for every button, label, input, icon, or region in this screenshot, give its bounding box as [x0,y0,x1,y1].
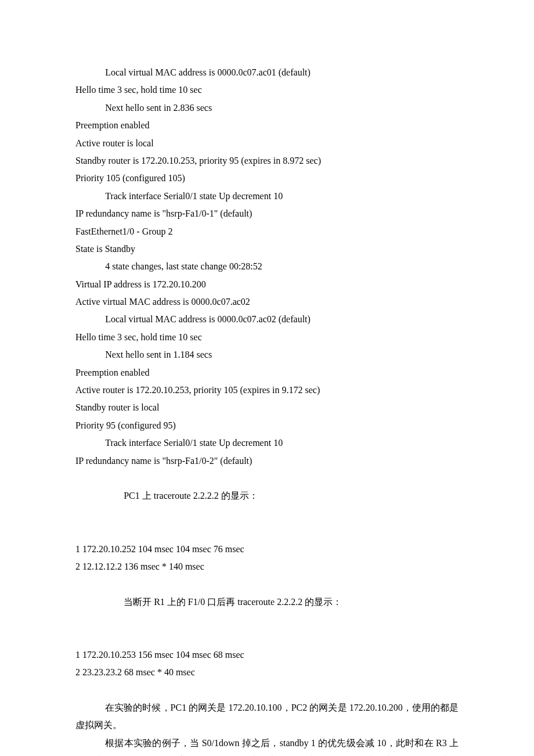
output-line: Preemption enabled [75,364,459,381]
output-line: Track interface Serial0/1 state Up decre… [75,188,459,205]
output-line: Standby router is 172.20.10.253, priorit… [75,152,459,170]
heading-line: 当断开 R1 上的 F1/0 口后再 traceroute 2.2.2.2 的显… [75,593,459,611]
output-line: Local virtual MAC address is 0000.0c07.a… [75,311,459,328]
output-line: Hello time 3 sec, hold time 10 sec [75,81,459,99]
traceroute-line: 1 172.20.10.252 104 msec 104 msec 76 mse… [75,541,459,558]
output-line: Active virtual MAC address is 0000.0c07.… [75,293,459,311]
traceroute-line: 2 12.12.12.2 136 msec * 140 msec [75,558,459,575]
output-line: Active router is 172.20.10.253, priority… [75,381,459,399]
output-line: IP redundancy name is "hsrp-Fa1/0-1" (de… [75,205,459,222]
traceroute-line: 1 172.20.10.253 156 msec 104 msec 68 mse… [75,646,459,664]
output-line: Priority 95 (configured 95) [75,417,459,434]
output-line: Active router is local [75,135,459,152]
output-line: 4 state changes, last state change 00:28… [75,258,459,275]
paragraph: 根据本实验的例子，当 S0/1down 掉之后，standby 1 的优先级会减… [75,735,459,756]
output-line: Preemption enabled [75,117,459,134]
traceroute-line: 2 23.23.23.2 68 msec * 40 msec [75,664,459,681]
output-line: Standby router is local [75,399,459,416]
output-line: Virtual IP address is 172.20.10.200 [75,276,459,293]
heading-line: PC1 上 traceroute 2.2.2.2 的显示： [75,487,459,505]
output-line: Next hello sent in 1.184 secs [75,346,459,363]
output-line: Priority 105 (configured 105) [75,170,459,187]
paragraph: 在实验的时候，PC1 的网关是 172.20.10.100，PC2 的网关是 1… [75,699,459,735]
output-line: Hello time 3 sec, hold time 10 sec [75,329,459,346]
output-line: Track interface Serial0/1 state Up decre… [75,434,459,452]
output-line: FastEthernet1/0 - Group 2 [75,223,459,240]
output-line: State is Standby [75,240,459,258]
output-line: Next hello sent in 2.836 secs [75,99,459,117]
output-line: IP redundancy name is "hsrp-Fa1/0-2" (de… [75,452,459,470]
output-line: Local virtual MAC address is 0000.0c07.a… [75,64,459,81]
